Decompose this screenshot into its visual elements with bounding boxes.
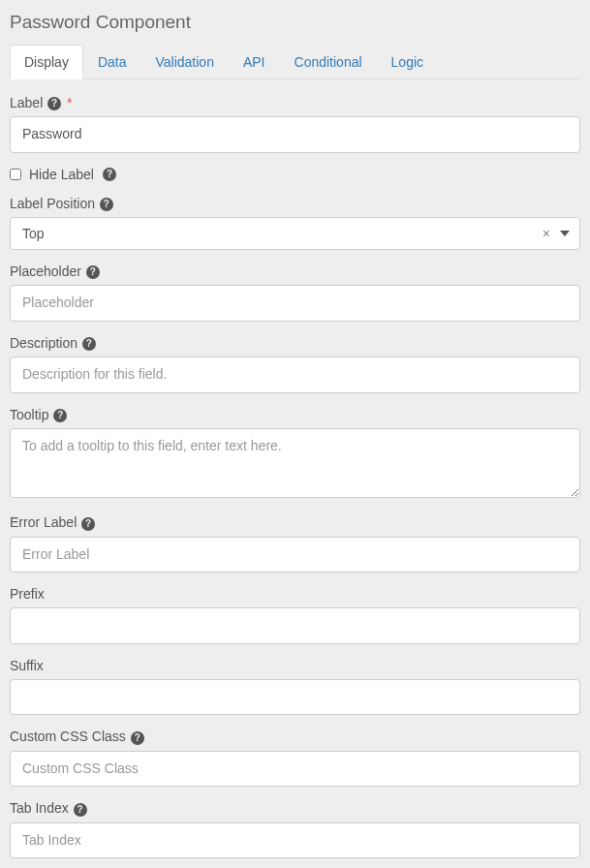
close-icon[interactable]: × — [537, 226, 556, 241]
label-text: Prefix — [10, 586, 45, 602]
hide-label-text: Hide Label — [29, 167, 94, 182]
tab-index-input[interactable] — [10, 822, 580, 859]
custom-css-class-label: Custom CSS Class ? — [10, 728, 580, 744]
help-icon[interactable]: ? — [53, 409, 67, 422]
error-label-input[interactable] — [10, 537, 580, 574]
label-text: Placeholder — [10, 264, 81, 279]
label-position-label: Label Position ? — [10, 196, 580, 211]
tab-validation[interactable]: Validation — [140, 45, 228, 79]
form-group-description: Description ? — [10, 335, 580, 393]
custom-css-class-input[interactable] — [10, 751, 580, 788]
placeholder-input[interactable] — [10, 285, 580, 322]
form-group-tab-index: Tab Index ? — [10, 800, 580, 858]
prefix-input[interactable] — [10, 607, 580, 644]
help-icon[interactable]: ? — [103, 168, 116, 181]
hide-label-checkbox[interactable] — [10, 169, 21, 180]
tab-logic[interactable]: Logic — [377, 45, 438, 79]
form-group-suffix: Suffix — [10, 658, 580, 716]
form-group-label-position: Label Position ? Top × — [10, 196, 580, 250]
help-icon[interactable]: ? — [100, 198, 113, 211]
form-group-error-label: Error Label ? — [10, 514, 580, 573]
tab-conditional[interactable]: Conditional — [280, 45, 377, 79]
label-text: Label Position — [10, 196, 95, 211]
tooltip-label: Tooltip ? — [10, 407, 580, 422]
page-title: Password Component — [10, 12, 580, 33]
tooltip-input[interactable] — [10, 428, 580, 498]
help-icon[interactable]: ? — [74, 803, 87, 817]
label-text: Description — [10, 335, 78, 351]
placeholder-label: Placeholder ? — [10, 264, 580, 279]
label-text: Suffix — [10, 658, 44, 673]
label-text: Custom CSS Class — [10, 728, 126, 744]
label-label: Label ? * — [10, 95, 580, 110]
help-icon[interactable]: ? — [131, 731, 144, 745]
select-value: Top — [11, 218, 537, 249]
label-text: Label — [10, 95, 43, 110]
help-icon[interactable]: ? — [86, 265, 100, 279]
suffix-label: Suffix — [10, 658, 580, 673]
help-icon[interactable]: ? — [82, 337, 96, 351]
tab-display[interactable]: Display — [10, 45, 83, 79]
suffix-input[interactable] — [10, 679, 580, 716]
form-group-custom-css-class: Custom CSS Class ? — [10, 728, 580, 787]
chevron-down-icon[interactable] — [556, 231, 579, 236]
required-marker: * — [67, 95, 72, 110]
error-label-label: Error Label ? — [10, 514, 580, 530]
form-group-placeholder: Placeholder ? — [10, 264, 580, 322]
form-group-hide-label: Hide Label ? — [10, 167, 580, 182]
label-text: Tab Index — [10, 800, 69, 816]
prefix-label: Prefix — [10, 586, 580, 602]
tab-data[interactable]: Data — [83, 45, 141, 79]
help-icon[interactable]: ? — [81, 517, 95, 531]
form-group-prefix: Prefix — [10, 586, 580, 644]
help-icon[interactable]: ? — [47, 97, 61, 110]
label-input[interactable] — [10, 116, 580, 153]
label-text: Error Label — [10, 514, 77, 530]
tabs: Display Data Validation API Conditional … — [10, 45, 580, 79]
description-label: Description ? — [10, 335, 580, 351]
description-input[interactable] — [10, 356, 580, 393]
form-group-tooltip: Tooltip ? — [10, 407, 580, 501]
form-group-label: Label ? * — [10, 95, 580, 153]
label-text: Tooltip — [10, 407, 48, 422]
tab-index-label: Tab Index ? — [10, 800, 580, 816]
tab-api[interactable]: API — [229, 45, 280, 79]
label-position-select[interactable]: Top × — [10, 217, 580, 250]
